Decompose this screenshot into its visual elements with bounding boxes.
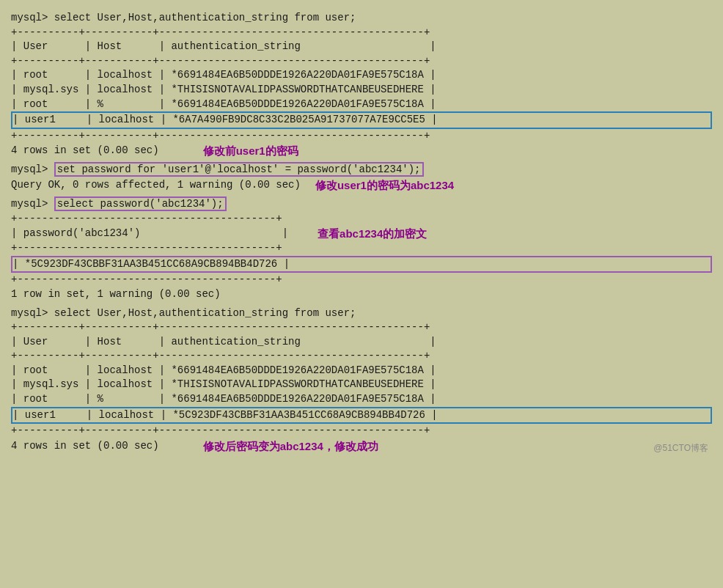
terminal: mysql> select User,Host,authentication_s…: [7, 7, 716, 460]
table2-header: | password('abc1234') |: [11, 227, 288, 241]
table3-row4-highlighted: | user1 | localhost | *5C923DF43CBBF31AA…: [11, 407, 712, 425]
table3-footer: 4 rows in set (0.00 sec) 修改后密码变为abc1234，…: [11, 438, 712, 454]
table1-header: | User | Host | authentication_string |: [11, 40, 712, 54]
table1-border2: +----------+-----------+----------------…: [11, 54, 712, 69]
section-select-password: mysql> select password('abc1234'); +----…: [11, 197, 712, 302]
cmd1-line: mysql> select User,Host,authentication_s…: [11, 11, 712, 26]
table3-header: | User | Host | authentication_string |: [11, 335, 712, 350]
annotation2: 修改user1的密码为abc1234: [315, 177, 454, 193]
cmd2-result: Query OK, 0 rows affected, 1 warning (0.…: [11, 178, 301, 193]
annotation1: 修改前user1的密码: [203, 143, 298, 158]
cmd4-line: mysql> select User,Host,authentication_s…: [11, 306, 712, 321]
table1-row1: | root | localhost | *6691484EA6B50DDDE1…: [11, 68, 712, 83]
table1-row2: | mysql.sys | localhost | *THISISNOTAVAL…: [11, 83, 712, 98]
table2-count: 1 row in set, 1 warning (0.00 sec): [11, 287, 712, 302]
table1-row3: | root | % | *6691484EA6B50DDDE1926A220D…: [11, 98, 712, 112]
cmd3-line: mysql> select password('abc1234');: [11, 197, 712, 212]
table2-header-row: | password('abc1234') | 查看abc1234的加密文: [11, 226, 712, 241]
table3-row2: | mysql.sys | localhost | *THISISNOTAVAL…: [11, 378, 712, 392]
annotation4: 修改后密码变为abc1234，修改成功: [203, 438, 378, 454]
table3-row1: | root | localhost | *6691484EA6B50DDDE1…: [11, 364, 712, 378]
table3-row3: | root | % | *6691484EA6B50DDDE1926A220D…: [11, 392, 712, 407]
table2-value-highlighted: | *5C923DF43CBBF31AA3B451CC68A9CB894BB4D…: [11, 256, 712, 273]
table1-row4-highlighted: | user1 | localhost | *6A7A490FB9DC8C33C…: [11, 111, 712, 129]
table1-count: 4 rows in set (0.00 sec): [11, 144, 159, 158]
annotation3: 查看abc1234的加密文: [318, 226, 427, 241]
cmd2-highlighted: set password for 'user1'@'localhost' = p…: [54, 162, 424, 177]
table2-border2: +---------------------------------------…: [11, 241, 712, 256]
cmd2-line: mysql> set password for 'user1'@'localho…: [11, 163, 712, 177]
table3-border2: +----------+-----------+----------------…: [11, 349, 712, 364]
table1-border3: +----------+-----------+----------------…: [11, 129, 712, 144]
table1-border1: +----------+-----------+----------------…: [11, 26, 712, 40]
section-second-query: mysql> select User,Host,authentication_s…: [11, 306, 712, 454]
cmd3-highlighted: select password('abc1234');: [54, 196, 227, 211]
table2-border1: +---------------------------------------…: [11, 212, 712, 227]
cmd2-result-row: Query OK, 0 rows affected, 1 warning (0.…: [11, 177, 712, 193]
table3-count: 4 rows in set (0.00 sec): [11, 439, 159, 454]
table2-border3: +---------------------------------------…: [11, 273, 712, 287]
section-first-query: mysql> select User,Host,authentication_s…: [11, 11, 712, 158]
watermark-text: @51CTO博客: [653, 442, 708, 455]
table3-border3: +----------+-----------+----------------…: [11, 424, 712, 438]
table3-border1: +----------+-----------+----------------…: [11, 320, 712, 335]
section-set-password: mysql> set password for 'user1'@'localho…: [11, 163, 712, 193]
table1-footer: 4 rows in set (0.00 sec) 修改前user1的密码: [11, 143, 712, 158]
